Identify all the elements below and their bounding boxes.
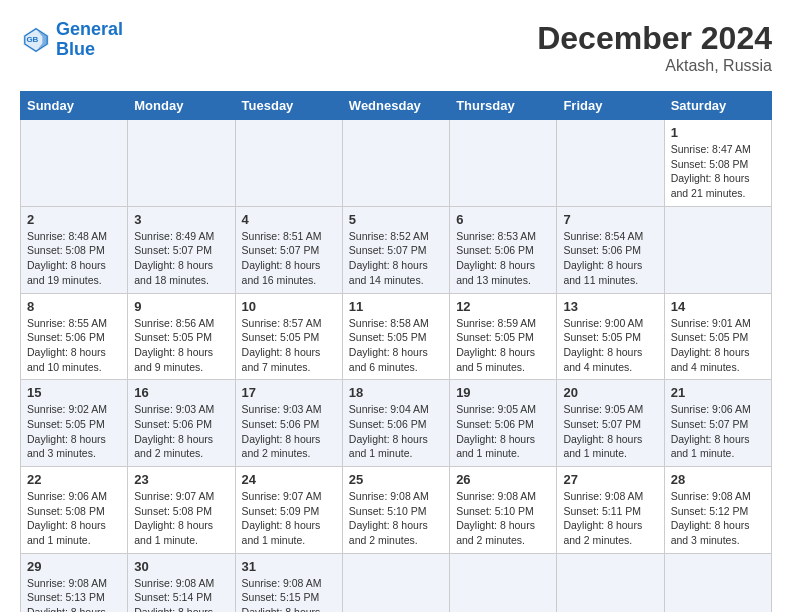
page-header: GB General Blue December 2024 Aktash, Ru…: [20, 20, 772, 75]
calendar-day: 2Sunrise: 8:48 AMSunset: 5:08 PMDaylight…: [21, 206, 128, 293]
header-day-thursday: Thursday: [450, 92, 557, 120]
calendar-day: 30Sunrise: 9:08 AMSunset: 5:14 PMDayligh…: [128, 553, 235, 612]
calendar-day: 8Sunrise: 8:55 AMSunset: 5:06 PMDaylight…: [21, 293, 128, 380]
header-day-tuesday: Tuesday: [235, 92, 342, 120]
empty-cell: [21, 120, 128, 207]
empty-cell: [342, 120, 449, 207]
calendar-day: 12Sunrise: 8:59 AMSunset: 5:05 PMDayligh…: [450, 293, 557, 380]
calendar-row: 2Sunrise: 8:48 AMSunset: 5:08 PMDaylight…: [21, 206, 772, 293]
calendar-day: 9Sunrise: 8:56 AMSunset: 5:05 PMDaylight…: [128, 293, 235, 380]
calendar-day: 31Sunrise: 9:08 AMSunset: 5:15 PMDayligh…: [235, 553, 342, 612]
calendar-day: 6Sunrise: 8:53 AMSunset: 5:06 PMDaylight…: [450, 206, 557, 293]
calendar-day: [664, 553, 771, 612]
calendar-day: 10Sunrise: 8:57 AMSunset: 5:05 PMDayligh…: [235, 293, 342, 380]
logo: GB General Blue: [20, 20, 123, 60]
calendar-day: 11Sunrise: 8:58 AMSunset: 5:05 PMDayligh…: [342, 293, 449, 380]
calendar-day: 16Sunrise: 9:03 AMSunset: 5:06 PMDayligh…: [128, 380, 235, 467]
calendar-day: [450, 553, 557, 612]
empty-cell: [557, 120, 664, 207]
calendar-row: 29Sunrise: 9:08 AMSunset: 5:13 PMDayligh…: [21, 553, 772, 612]
empty-cell: [128, 120, 235, 207]
calendar-row: 1Sunrise: 8:47 AMSunset: 5:08 PMDaylight…: [21, 120, 772, 207]
calendar-table: SundayMondayTuesdayWednesdayThursdayFrid…: [20, 91, 772, 612]
calendar-day: 20Sunrise: 9:05 AMSunset: 5:07 PMDayligh…: [557, 380, 664, 467]
header-day-monday: Monday: [128, 92, 235, 120]
header-day-saturday: Saturday: [664, 92, 771, 120]
calendar-day: 29Sunrise: 9:08 AMSunset: 5:13 PMDayligh…: [21, 553, 128, 612]
calendar-day: 25Sunrise: 9:08 AMSunset: 5:10 PMDayligh…: [342, 467, 449, 554]
calendar-row: 8Sunrise: 8:55 AMSunset: 5:06 PMDaylight…: [21, 293, 772, 380]
calendar-day: 13Sunrise: 9:00 AMSunset: 5:05 PMDayligh…: [557, 293, 664, 380]
calendar-day: 1Sunrise: 8:47 AMSunset: 5:08 PMDaylight…: [664, 120, 771, 207]
calendar-day: 4Sunrise: 8:51 AMSunset: 5:07 PMDaylight…: [235, 206, 342, 293]
calendar-day: 15Sunrise: 9:02 AMSunset: 5:05 PMDayligh…: [21, 380, 128, 467]
calendar-day: [557, 553, 664, 612]
calendar-day: 26Sunrise: 9:08 AMSunset: 5:10 PMDayligh…: [450, 467, 557, 554]
logo-text: General Blue: [56, 20, 123, 60]
calendar-day: 23Sunrise: 9:07 AMSunset: 5:08 PMDayligh…: [128, 467, 235, 554]
title-block: December 2024 Aktash, Russia: [537, 20, 772, 75]
calendar-day: 3Sunrise: 8:49 AMSunset: 5:07 PMDaylight…: [128, 206, 235, 293]
calendar-day: 17Sunrise: 9:03 AMSunset: 5:06 PMDayligh…: [235, 380, 342, 467]
header-day-friday: Friday: [557, 92, 664, 120]
calendar-day: 7Sunrise: 8:54 AMSunset: 5:06 PMDaylight…: [557, 206, 664, 293]
calendar-day: 21Sunrise: 9:06 AMSunset: 5:07 PMDayligh…: [664, 380, 771, 467]
empty-cell: [235, 120, 342, 207]
calendar-day: 18Sunrise: 9:04 AMSunset: 5:06 PMDayligh…: [342, 380, 449, 467]
subtitle: Aktash, Russia: [537, 57, 772, 75]
empty-cell: [450, 120, 557, 207]
svg-text:GB: GB: [26, 35, 38, 44]
calendar-day: 19Sunrise: 9:05 AMSunset: 5:06 PMDayligh…: [450, 380, 557, 467]
calendar-row: 15Sunrise: 9:02 AMSunset: 5:05 PMDayligh…: [21, 380, 772, 467]
main-title: December 2024: [537, 20, 772, 57]
calendar-day: [664, 206, 771, 293]
calendar-day: 5Sunrise: 8:52 AMSunset: 5:07 PMDaylight…: [342, 206, 449, 293]
calendar-day: 22Sunrise: 9:06 AMSunset: 5:08 PMDayligh…: [21, 467, 128, 554]
header-row: SundayMondayTuesdayWednesdayThursdayFrid…: [21, 92, 772, 120]
calendar-day: 24Sunrise: 9:07 AMSunset: 5:09 PMDayligh…: [235, 467, 342, 554]
calendar-day: 14Sunrise: 9:01 AMSunset: 5:05 PMDayligh…: [664, 293, 771, 380]
calendar-day: 28Sunrise: 9:08 AMSunset: 5:12 PMDayligh…: [664, 467, 771, 554]
header-day-wednesday: Wednesday: [342, 92, 449, 120]
calendar-day: 27Sunrise: 9:08 AMSunset: 5:11 PMDayligh…: [557, 467, 664, 554]
calendar-row: 22Sunrise: 9:06 AMSunset: 5:08 PMDayligh…: [21, 467, 772, 554]
calendar-day: [342, 553, 449, 612]
header-day-sunday: Sunday: [21, 92, 128, 120]
logo-icon: GB: [20, 24, 52, 56]
